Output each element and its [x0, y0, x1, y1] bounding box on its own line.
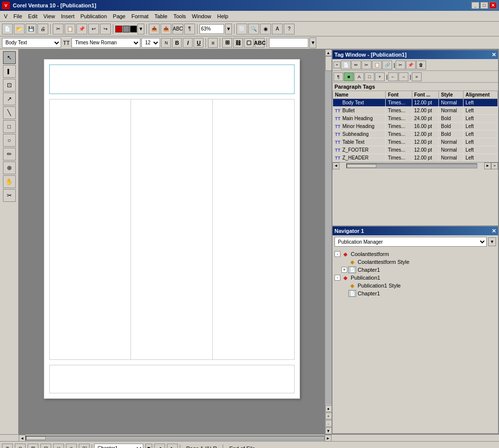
crop-tool[interactable]: ✂ — [3, 189, 16, 202]
hscroll-canvas-left[interactable]: ◄ — [19, 435, 26, 442]
scroll-center-btn[interactable]: ● — [325, 405, 332, 412]
hand-tool[interactable]: ✋ — [3, 175, 16, 188]
underline-button[interactable]: U — [194, 38, 203, 48]
redo-button[interactable]: ↪ — [100, 24, 111, 34]
menu-edit[interactable]: Edit — [25, 12, 40, 20]
tree-expand-2[interactable]: + — [341, 267, 347, 273]
tag-window-close[interactable]: ✕ — [492, 52, 496, 58]
tag-btn-8[interactable]: 🗑 — [416, 61, 426, 69]
save-button[interactable]: 💾 — [26, 24, 36, 34]
chain-button[interactable]: ⛓ — [233, 38, 243, 48]
scroll-up-btn[interactable]: ▲ — [325, 49, 332, 56]
export-button[interactable]: 📤 — [161, 24, 171, 34]
frame-button[interactable]: ▢ — [244, 38, 254, 48]
tag-active-btn[interactable]: ■ — [344, 72, 354, 81]
color-black[interactable] — [130, 26, 137, 32]
color-gray[interactable] — [123, 26, 130, 32]
print-button[interactable]: 🖨 — [37, 24, 48, 34]
view-btn1[interactable]: ⬜ — [236, 24, 247, 34]
frame-tool[interactable]: ⊡ — [3, 79, 16, 92]
align-button[interactable]: ≡ — [208, 38, 218, 48]
tag-row-5[interactable]: TTTable Text Times... 12.00 pt Normal Le… — [333, 138, 498, 146]
menu-v[interactable]: V — [1, 12, 10, 20]
menu-window[interactable]: Window — [189, 12, 214, 20]
line-tool[interactable]: ╲ — [3, 106, 16, 119]
size-selector[interactable]: 12 — [141, 38, 160, 48]
open-button[interactable]: 📂 — [14, 24, 25, 34]
color-red[interactable] — [115, 26, 122, 32]
tree-item-4[interactable]: ◆Publication1 Style — [334, 282, 496, 289]
tag-btn-5[interactable]: 🔗 — [382, 61, 392, 69]
status-btn6[interactable]: ≡ — [66, 444, 77, 448]
hscroll-canvas-thumb[interactable] — [26, 436, 46, 440]
menu-table[interactable]: Table — [152, 12, 170, 20]
menu-publication[interactable]: Publication — [77, 12, 110, 20]
pen-tool[interactable]: ✏ — [3, 148, 16, 160]
normal-button[interactable]: N — [161, 38, 171, 48]
close-button[interactable]: ✕ — [489, 2, 497, 9]
arrow-tool[interactable]: ↗ — [3, 93, 16, 105]
tag-row-6[interactable]: TTZ_FOOTER Times... 12.00 pt Normal Left — [333, 146, 498, 154]
tag-delete-btn[interactable]: ← — [388, 72, 398, 81]
import-button[interactable]: 📥 — [149, 24, 160, 34]
tag-btn-4[interactable]: 📋 — [372, 61, 382, 69]
tag-row-4[interactable]: TTSubheading Times... 12.00 pt Bold Left — [333, 130, 498, 138]
new-button[interactable]: 📄 — [2, 24, 13, 34]
rect-tool[interactable]: □ — [3, 120, 16, 133]
tag-expand3-btn[interactable]: » — [491, 162, 498, 169]
nav-dropdown-btn[interactable]: ▼ — [488, 237, 496, 246]
menu-insert[interactable]: Insert — [58, 12, 78, 20]
status-btn2[interactable]: ⊖ — [15, 444, 26, 448]
tag-btn-6[interactable]: ✂ — [396, 61, 405, 69]
tree-item-3[interactable]: -◆Publication1 — [334, 274, 496, 282]
tag-btn-1[interactable]: 📄 — [341, 61, 351, 69]
bold-button[interactable]: B — [172, 38, 182, 48]
search-dropdown[interactable]: ▼ — [309, 37, 316, 48]
hscroll-thumb[interactable] — [347, 164, 376, 168]
menu-page[interactable]: Page — [110, 12, 129, 20]
tree-expand-0[interactable]: - — [334, 251, 340, 257]
italic-button[interactable]: I — [183, 38, 193, 48]
navigator-close[interactable]: ✕ — [492, 228, 496, 234]
zoom-input[interactable] — [200, 24, 224, 34]
paste-button[interactable]: 📌 — [76, 24, 87, 34]
zoom-dropdown[interactable]: ▼ — [225, 24, 232, 34]
ellipse-tool[interactable]: ○ — [3, 134, 16, 147]
maximize-button[interactable]: □ — [480, 2, 488, 9]
tree-item-1[interactable]: ◆Coolanttestform Style — [334, 258, 496, 266]
style-selector[interactable]: Body Text — [2, 38, 61, 48]
tag-copy-btn[interactable]: → — [399, 72, 408, 81]
scroll-thumb[interactable] — [325, 56, 332, 71]
scroll-down-btn[interactable]: ▼ — [325, 427, 332, 434]
status-btn7[interactable]: ◫ — [79, 444, 90, 448]
tree-item-2[interactable]: +📄Chapter1 — [334, 266, 496, 274]
view-btn2[interactable]: 🔍 — [248, 24, 259, 34]
view-btn4[interactable]: A — [272, 24, 283, 34]
hscroll-left-btn[interactable]: ◄ — [333, 162, 339, 169]
scroll-zoom-in-btn[interactable]: + — [325, 413, 332, 419]
copy-button[interactable]: 📋 — [65, 24, 75, 34]
status-next[interactable]: ► — [167, 444, 178, 448]
status-btn5[interactable]: □ — [53, 444, 64, 448]
search-input[interactable] — [269, 38, 308, 48]
menu-tools[interactable]: Tools — [170, 12, 189, 20]
minimize-button[interactable]: _ — [471, 2, 479, 9]
spell2-button[interactable]: ABC — [255, 38, 265, 48]
tag-row-2[interactable]: TTMain Heading Times... 24.00 pt Bold Le… — [333, 115, 498, 123]
status-btn1[interactable]: ⊕ — [2, 444, 13, 448]
tag-frame-btn[interactable]: □ — [365, 72, 374, 81]
tag-new-btn[interactable]: + — [375, 72, 385, 81]
tag-para-btn[interactable]: ¶ — [333, 72, 343, 81]
menu-format[interactable]: Format — [129, 12, 152, 20]
menu-view[interactable]: View — [40, 12, 58, 20]
color-dropdown[interactable]: ▼ — [137, 24, 144, 34]
canvas-area[interactable] — [19, 49, 325, 434]
spell-button[interactable]: ABC — [172, 24, 183, 34]
chapter-selector[interactable]: Chapter1 — [94, 444, 143, 448]
text-tool[interactable]: ▌ — [3, 65, 16, 78]
view-btn3[interactable]: ◉ — [260, 24, 271, 34]
cut-button[interactable]: ✂ — [53, 24, 64, 34]
tree-expand-3[interactable]: - — [334, 275, 340, 281]
hscroll-canvas-right[interactable]: ► — [325, 435, 332, 442]
tag-btn-3[interactable]: ✂ — [362, 61, 371, 69]
